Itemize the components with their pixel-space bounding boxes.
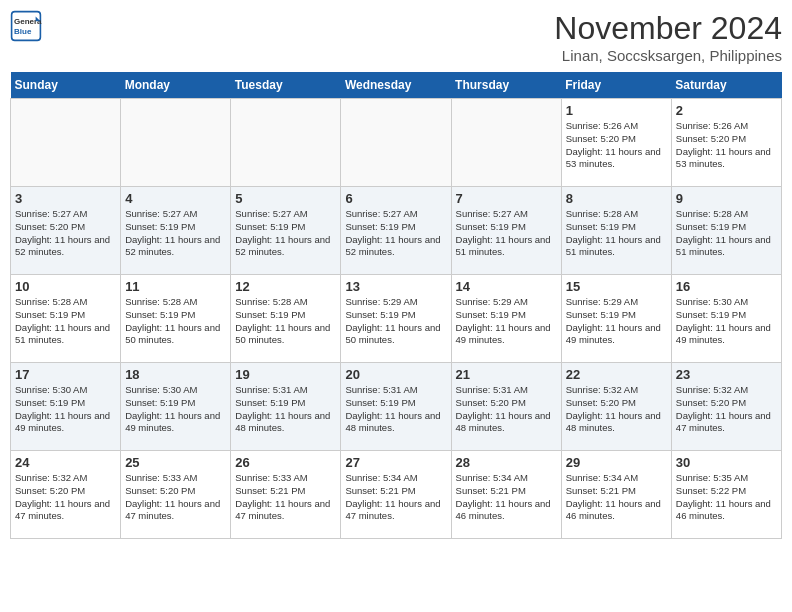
calendar-cell: 19Sunrise: 5:31 AM Sunset: 5:19 PM Dayli… — [231, 363, 341, 451]
cell-info: Sunrise: 5:29 AM Sunset: 5:19 PM Dayligh… — [566, 296, 667, 347]
date-number: 9 — [676, 191, 777, 206]
calendar-cell: 16Sunrise: 5:30 AM Sunset: 5:19 PM Dayli… — [671, 275, 781, 363]
cell-info: Sunrise: 5:32 AM Sunset: 5:20 PM Dayligh… — [15, 472, 116, 523]
cell-info: Sunrise: 5:35 AM Sunset: 5:22 PM Dayligh… — [676, 472, 777, 523]
calendar-week-4: 17Sunrise: 5:30 AM Sunset: 5:19 PM Dayli… — [11, 363, 782, 451]
cell-info: Sunrise: 5:27 AM Sunset: 5:20 PM Dayligh… — [15, 208, 116, 259]
calendar-cell: 15Sunrise: 5:29 AM Sunset: 5:19 PM Dayli… — [561, 275, 671, 363]
calendar-cell: 5Sunrise: 5:27 AM Sunset: 5:19 PM Daylig… — [231, 187, 341, 275]
day-header-tuesday: Tuesday — [231, 72, 341, 99]
cell-info: Sunrise: 5:34 AM Sunset: 5:21 PM Dayligh… — [456, 472, 557, 523]
date-number: 25 — [125, 455, 226, 470]
calendar-cell — [341, 99, 451, 187]
calendar-cell: 25Sunrise: 5:33 AM Sunset: 5:20 PM Dayli… — [121, 451, 231, 539]
cell-info: Sunrise: 5:29 AM Sunset: 5:19 PM Dayligh… — [456, 296, 557, 347]
calendar-cell: 21Sunrise: 5:31 AM Sunset: 5:20 PM Dayli… — [451, 363, 561, 451]
cell-info: Sunrise: 5:31 AM Sunset: 5:20 PM Dayligh… — [456, 384, 557, 435]
calendar-cell: 3Sunrise: 5:27 AM Sunset: 5:20 PM Daylig… — [11, 187, 121, 275]
cell-info: Sunrise: 5:33 AM Sunset: 5:20 PM Dayligh… — [125, 472, 226, 523]
date-number: 17 — [15, 367, 116, 382]
calendar-cell: 14Sunrise: 5:29 AM Sunset: 5:19 PM Dayli… — [451, 275, 561, 363]
date-number: 29 — [566, 455, 667, 470]
day-header-monday: Monday — [121, 72, 231, 99]
cell-info: Sunrise: 5:28 AM Sunset: 5:19 PM Dayligh… — [566, 208, 667, 259]
cell-info: Sunrise: 5:27 AM Sunset: 5:19 PM Dayligh… — [345, 208, 446, 259]
cell-info: Sunrise: 5:26 AM Sunset: 5:20 PM Dayligh… — [566, 120, 667, 171]
calendar-header-row: SundayMondayTuesdayWednesdayThursdayFrid… — [11, 72, 782, 99]
calendar-cell: 24Sunrise: 5:32 AM Sunset: 5:20 PM Dayli… — [11, 451, 121, 539]
calendar-cell: 23Sunrise: 5:32 AM Sunset: 5:20 PM Dayli… — [671, 363, 781, 451]
date-number: 12 — [235, 279, 336, 294]
calendar-cell: 2Sunrise: 5:26 AM Sunset: 5:20 PM Daylig… — [671, 99, 781, 187]
date-number: 20 — [345, 367, 446, 382]
date-number: 1 — [566, 103, 667, 118]
calendar-cell: 22Sunrise: 5:32 AM Sunset: 5:20 PM Dayli… — [561, 363, 671, 451]
cell-info: Sunrise: 5:30 AM Sunset: 5:19 PM Dayligh… — [15, 384, 116, 435]
date-number: 15 — [566, 279, 667, 294]
page-header: General Blue November 2024 Linan, Soccsk… — [10, 10, 782, 64]
cell-info: Sunrise: 5:28 AM Sunset: 5:19 PM Dayligh… — [235, 296, 336, 347]
cell-info: Sunrise: 5:28 AM Sunset: 5:19 PM Dayligh… — [676, 208, 777, 259]
cell-info: Sunrise: 5:30 AM Sunset: 5:19 PM Dayligh… — [676, 296, 777, 347]
calendar-week-2: 3Sunrise: 5:27 AM Sunset: 5:20 PM Daylig… — [11, 187, 782, 275]
date-number: 13 — [345, 279, 446, 294]
cell-info: Sunrise: 5:34 AM Sunset: 5:21 PM Dayligh… — [345, 472, 446, 523]
calendar-cell: 12Sunrise: 5:28 AM Sunset: 5:19 PM Dayli… — [231, 275, 341, 363]
cell-info: Sunrise: 5:34 AM Sunset: 5:21 PM Dayligh… — [566, 472, 667, 523]
calendar-cell: 26Sunrise: 5:33 AM Sunset: 5:21 PM Dayli… — [231, 451, 341, 539]
calendar-cell: 18Sunrise: 5:30 AM Sunset: 5:19 PM Dayli… — [121, 363, 231, 451]
date-number: 4 — [125, 191, 226, 206]
cell-info: Sunrise: 5:27 AM Sunset: 5:19 PM Dayligh… — [235, 208, 336, 259]
date-number: 10 — [15, 279, 116, 294]
day-header-sunday: Sunday — [11, 72, 121, 99]
date-number: 27 — [345, 455, 446, 470]
date-number: 26 — [235, 455, 336, 470]
calendar-week-1: 1Sunrise: 5:26 AM Sunset: 5:20 PM Daylig… — [11, 99, 782, 187]
calendar-cell: 30Sunrise: 5:35 AM Sunset: 5:22 PM Dayli… — [671, 451, 781, 539]
page-title: November 2024 — [554, 10, 782, 47]
date-number: 3 — [15, 191, 116, 206]
cell-info: Sunrise: 5:28 AM Sunset: 5:19 PM Dayligh… — [15, 296, 116, 347]
calendar-cell: 6Sunrise: 5:27 AM Sunset: 5:19 PM Daylig… — [341, 187, 451, 275]
date-number: 28 — [456, 455, 557, 470]
calendar-cell — [231, 99, 341, 187]
calendar-cell: 27Sunrise: 5:34 AM Sunset: 5:21 PM Dayli… — [341, 451, 451, 539]
calendar-cell: 4Sunrise: 5:27 AM Sunset: 5:19 PM Daylig… — [121, 187, 231, 275]
calendar-cell: 8Sunrise: 5:28 AM Sunset: 5:19 PM Daylig… — [561, 187, 671, 275]
cell-info: Sunrise: 5:30 AM Sunset: 5:19 PM Dayligh… — [125, 384, 226, 435]
cell-info: Sunrise: 5:31 AM Sunset: 5:19 PM Dayligh… — [345, 384, 446, 435]
cell-info: Sunrise: 5:32 AM Sunset: 5:20 PM Dayligh… — [676, 384, 777, 435]
day-header-thursday: Thursday — [451, 72, 561, 99]
cell-info: Sunrise: 5:33 AM Sunset: 5:21 PM Dayligh… — [235, 472, 336, 523]
date-number: 23 — [676, 367, 777, 382]
date-number: 2 — [676, 103, 777, 118]
cell-info: Sunrise: 5:27 AM Sunset: 5:19 PM Dayligh… — [456, 208, 557, 259]
calendar-cell: 1Sunrise: 5:26 AM Sunset: 5:20 PM Daylig… — [561, 99, 671, 187]
date-number: 18 — [125, 367, 226, 382]
calendar-cell: 9Sunrise: 5:28 AM Sunset: 5:19 PM Daylig… — [671, 187, 781, 275]
cell-info: Sunrise: 5:26 AM Sunset: 5:20 PM Dayligh… — [676, 120, 777, 171]
date-number: 19 — [235, 367, 336, 382]
calendar-cell: 10Sunrise: 5:28 AM Sunset: 5:19 PM Dayli… — [11, 275, 121, 363]
calendar-cell — [451, 99, 561, 187]
title-block: November 2024 Linan, Soccsksargen, Phili… — [554, 10, 782, 64]
day-header-wednesday: Wednesday — [341, 72, 451, 99]
day-header-friday: Friday — [561, 72, 671, 99]
date-number: 11 — [125, 279, 226, 294]
page-subtitle: Linan, Soccsksargen, Philippines — [554, 47, 782, 64]
calendar-cell: 13Sunrise: 5:29 AM Sunset: 5:19 PM Dayli… — [341, 275, 451, 363]
calendar-table: SundayMondayTuesdayWednesdayThursdayFrid… — [10, 72, 782, 539]
logo-icon: General Blue — [10, 10, 42, 42]
calendar-week-3: 10Sunrise: 5:28 AM Sunset: 5:19 PM Dayli… — [11, 275, 782, 363]
calendar-cell: 17Sunrise: 5:30 AM Sunset: 5:19 PM Dayli… — [11, 363, 121, 451]
calendar-cell — [11, 99, 121, 187]
date-number: 24 — [15, 455, 116, 470]
date-number: 16 — [676, 279, 777, 294]
calendar-cell — [121, 99, 231, 187]
calendar-cell: 29Sunrise: 5:34 AM Sunset: 5:21 PM Dayli… — [561, 451, 671, 539]
calendar-cell: 7Sunrise: 5:27 AM Sunset: 5:19 PM Daylig… — [451, 187, 561, 275]
date-number: 5 — [235, 191, 336, 206]
calendar-week-5: 24Sunrise: 5:32 AM Sunset: 5:20 PM Dayli… — [11, 451, 782, 539]
logo: General Blue — [10, 10, 42, 42]
cell-info: Sunrise: 5:32 AM Sunset: 5:20 PM Dayligh… — [566, 384, 667, 435]
